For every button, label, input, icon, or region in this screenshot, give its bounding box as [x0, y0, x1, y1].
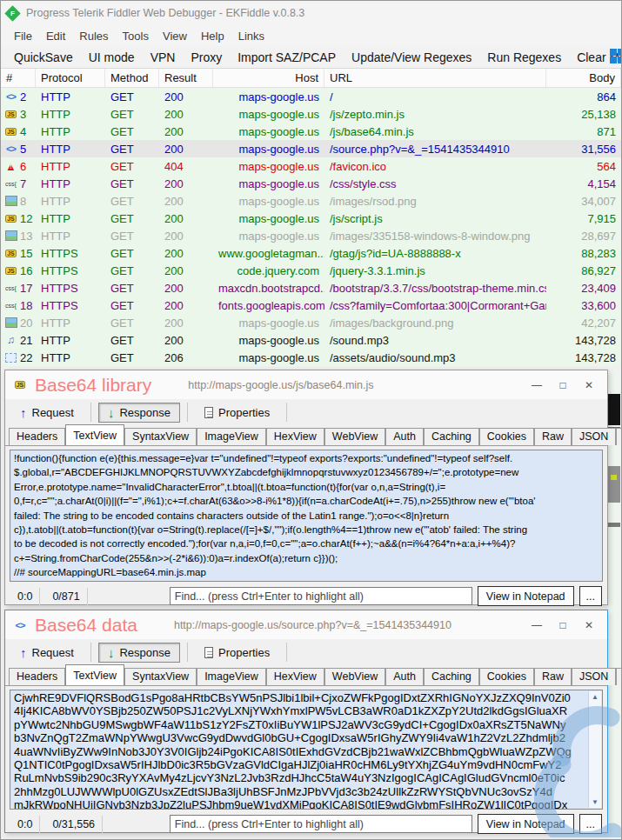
session-row[interactable]: 18 HTTPS GET 200 fonts.googleapis.com /c… [1, 297, 621, 314]
session-row[interactable]: 12 HTTP GET 200 maps-google.us /js/scrip… [1, 210, 621, 227]
session-url: /images/background.png [324, 317, 546, 330]
session-row[interactable]: 3 HTTP GET 200 maps-google.us /js/zepto.… [1, 105, 621, 123]
inspector-tab[interactable]: Auth [385, 428, 424, 445]
toolbar-button[interactable]: Run Regexes [479, 49, 569, 66]
inspector-tab[interactable]: WebView [324, 428, 385, 445]
toolbar-button[interactable]: QuickSave [6, 49, 81, 66]
scroll-down-icon[interactable]: ▼ [592, 797, 599, 808]
session-row[interactable]: 17 HTTPS GET 200 maxcdn.bootstrapcd... /… [1, 279, 621, 297]
session-row[interactable]: 7 HTTP GET 200 maps-google.us /css/style… [1, 175, 621, 192]
session-row[interactable]: 4 HTTP GET 200 maps-google.us /js/base64… [1, 123, 621, 140]
toolbar-button[interactable]: Update/View Regexes [344, 49, 479, 66]
session-row[interactable]: 8 HTTP GET 200 maps-google.us /images/rs… [1, 192, 621, 210]
properties-button[interactable]: Properties [195, 643, 279, 663]
session-row[interactable]: 21 HTTP GET 200 maps-google.us /sound.mp… [1, 331, 621, 349]
menu-item[interactable]: Links [231, 28, 271, 44]
session-number: 7 [20, 177, 26, 190]
session-type-icon [3, 108, 18, 121]
col-url[interactable]: URL [324, 69, 546, 87]
inspector-tab[interactable]: XML [616, 668, 622, 685]
toolbar-button[interactable]: VPN [143, 49, 184, 66]
inspector-tab[interactable]: SyntaxView [124, 668, 197, 685]
session-result: 200 [159, 230, 213, 243]
inspector-tab[interactable]: TextView [65, 664, 124, 685]
vertical-scrollbar[interactable]: ▲ ▼ [588, 691, 601, 808]
maximize-icon[interactable]: □ [552, 617, 574, 634]
inspector-tab[interactable]: ImageView [197, 668, 266, 685]
properties-button[interactable]: Properties [195, 403, 279, 423]
inspector-tab[interactable]: Caching [424, 668, 479, 685]
menu-item[interactable]: View [156, 28, 194, 44]
session-method: GET [105, 334, 159, 347]
inspector2-window-controls: — □ ✕ [525, 617, 600, 634]
request-button[interactable]: ↑Request [10, 403, 84, 423]
inspector-tab[interactable]: TextView [65, 424, 124, 445]
inspector-tab[interactable]: Raw [534, 428, 572, 445]
close-icon[interactable]: ✕ [578, 617, 600, 634]
menu-item[interactable]: Tools [116, 28, 156, 44]
minimize-icon[interactable]: — [525, 617, 548, 634]
inspector-tab[interactable]: HexView [266, 428, 324, 445]
scroll-up-icon[interactable]: ▲ [592, 691, 599, 703]
inspector-tab[interactable]: Headers [9, 428, 65, 445]
session-row[interactable]: 20 HTTP GET 200 maps-google.us /images/b… [1, 314, 621, 331]
toolbar-button[interactable]: UI mode [81, 49, 143, 66]
session-number: 15 [20, 247, 32, 260]
inspector-tab[interactable]: JSON [572, 428, 616, 445]
session-row[interactable]: 16 HTTPS GET 200 code.jquery.com /jquery… [1, 262, 621, 279]
session-row[interactable]: 15 HTTPS GET 200 www.googletagman... /gt… [1, 244, 621, 262]
col-method[interactable]: Method [105, 69, 159, 87]
session-protocol: HTTP [36, 160, 105, 173]
col-body[interactable]: Body [546, 69, 621, 87]
find-input[interactable] [170, 587, 472, 605]
session-host: code.jquery.com [213, 264, 324, 277]
menu-item[interactable]: Edit [39, 28, 72, 44]
request-button[interactable]: ↑Request [10, 643, 84, 663]
view-in-notepad-button[interactable]: View in Notepad [478, 586, 574, 606]
inspector-tab[interactable]: Cookies [479, 428, 534, 445]
col-host[interactable]: Host [213, 69, 324, 87]
response-button[interactable]: ↓Response [98, 643, 180, 663]
inspector-tab[interactable]: ImageView [197, 428, 266, 445]
menu-item[interactable]: Help [194, 28, 231, 44]
inspector1-textview[interactable]: !function(){function e(e){this.message=e… [10, 450, 603, 582]
inspector-tab[interactable]: XML [616, 428, 622, 445]
maximize-icon[interactable]: □ [552, 377, 574, 394]
down-arrow-icon: ↓ [108, 646, 115, 659]
menu-item[interactable]: Rules [72, 28, 115, 44]
view-in-notepad-button[interactable]: View in Notepad [478, 814, 574, 834]
more-options-button[interactable]: ... [579, 586, 602, 606]
toolbar-button[interactable]: Import SAZ/PCAP [230, 49, 344, 66]
more-options-button[interactable]: ... [579, 814, 602, 834]
col-protocol[interactable]: Protocol [36, 69, 105, 87]
find-input[interactable] [170, 815, 472, 833]
code-line: pYWwtc2NhbGU9MSwgbWF4aW11bS1zY2FsZT0xIiB… [14, 718, 586, 731]
menu-item[interactable]: File [7, 28, 39, 44]
session-row[interactable]: 13 HTTP GET 200 maps-google.us /images/3… [1, 227, 621, 244]
inspector2-textview[interactable]: CjwhRE9DVFlQRSBodG1sPgo8aHRtbCBsYW5nPSJl… [10, 690, 603, 810]
inspector-tab[interactable]: Auth [385, 668, 424, 685]
inspector-tab[interactable]: Raw [534, 668, 572, 685]
close-icon[interactable]: ✕ [578, 377, 600, 394]
inspector-tab[interactable]: Caching [424, 428, 479, 445]
session-row[interactable]: 6 HTTP GET 404 maps-google.us /favicon.i… [1, 157, 621, 175]
inspector-tab[interactable]: WebView [324, 668, 385, 685]
session-row[interactable]: 2 HTTP GET 200 maps-google.us / 864 [1, 88, 621, 105]
window-title: Progress Telerik Fiddler Web Debugger - … [26, 7, 304, 19]
inspector-tab[interactable]: Headers [9, 668, 65, 685]
col-result[interactable]: Result [159, 69, 213, 87]
session-type-icon [3, 264, 18, 277]
response-button[interactable]: ↓Response [98, 403, 180, 423]
session-row[interactable]: 22 HTTP GET 206 maps-google.us /assets/a… [1, 349, 621, 366]
session-result: 200 [159, 195, 213, 208]
toolbar-button[interactable]: Proxy [183, 49, 230, 66]
minimize-icon[interactable]: — [525, 377, 548, 394]
inspector-tab[interactable]: HexView [266, 668, 324, 685]
col-number[interactable]: # [1, 69, 36, 87]
session-body-size: 23,409 [546, 282, 621, 295]
session-row[interactable]: 5 HTTP GET 200 maps-google.us /source.ph… [1, 140, 621, 157]
session-result: 200 [159, 108, 213, 121]
inspector-tab[interactable]: Cookies [479, 668, 534, 685]
inspector-tab[interactable]: JSON [572, 668, 616, 685]
inspector-tab[interactable]: SyntaxView [124, 428, 197, 445]
